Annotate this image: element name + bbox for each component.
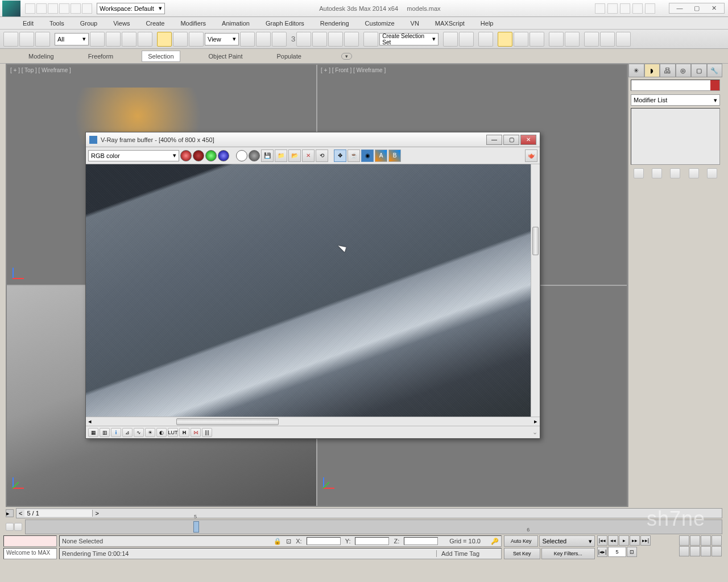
timeline-play-icon[interactable]: ▸ bbox=[6, 509, 14, 517]
object-color-swatch[interactable] bbox=[710, 80, 719, 90]
make-unique-icon[interactable] bbox=[670, 168, 680, 178]
schematic-view-icon[interactable] bbox=[514, 32, 528, 47]
vfb-channel-dropdown[interactable]: RGB color ▾ bbox=[88, 150, 179, 161]
key-icon[interactable]: 🔑 bbox=[491, 538, 499, 545]
favorite-icon[interactable] bbox=[632, 3, 643, 14]
scrollbar-thumb[interactable] bbox=[532, 227, 539, 255]
vfb-vertical-scrollbar[interactable] bbox=[531, 164, 540, 417]
key-filters-button[interactable]: Key Filters... bbox=[541, 548, 595, 559]
app-icon[interactable] bbox=[2, 1, 20, 16]
named-selection-dropdown[interactable]: Create Selection Set▾ bbox=[379, 33, 439, 45]
ribbon-toggle-icon[interactable]: ▾ bbox=[341, 53, 352, 60]
object-name-field[interactable] bbox=[631, 80, 720, 91]
prompt-line[interactable]: Welcome to MAX bbox=[3, 548, 57, 559]
vfb-expand-icon[interactable]: ⌄ bbox=[532, 429, 537, 436]
remove-modifier-icon[interactable] bbox=[689, 168, 699, 178]
window-crossing-icon[interactable] bbox=[138, 32, 152, 47]
unlink-icon[interactable] bbox=[19, 32, 34, 47]
select-object-icon[interactable] bbox=[90, 32, 105, 47]
viewport-label[interactable]: [ + ] [ Front ] [ Wireframe ] bbox=[321, 67, 386, 73]
menu-create[interactable]: Create bbox=[146, 20, 164, 27]
track-prev-icon[interactable]: < bbox=[16, 510, 24, 517]
ribbon-freeform[interactable]: Freeform bbox=[82, 51, 119, 61]
mirror-icon[interactable] bbox=[443, 32, 458, 47]
ribbon-selection[interactable]: Selection bbox=[142, 51, 180, 62]
timeline-ruler[interactable]: 5 6 bbox=[25, 519, 722, 534]
select-rotate-icon[interactable] bbox=[173, 32, 188, 47]
utilities-tab-icon[interactable]: 🔧 bbox=[707, 64, 723, 77]
material-editor-icon[interactable] bbox=[530, 32, 544, 47]
prev-frame-icon[interactable]: ◂◂ bbox=[608, 535, 618, 546]
modify-tab-icon[interactable]: ◗ bbox=[644, 64, 660, 77]
qat-link-icon[interactable] bbox=[82, 3, 92, 14]
track-next-icon[interactable]: > bbox=[93, 510, 101, 517]
next-frame-icon[interactable]: ▸▸ bbox=[630, 535, 640, 546]
percent-snap-icon[interactable] bbox=[328, 32, 343, 47]
vfb-compare-b-icon[interactable]: B bbox=[388, 149, 401, 162]
auto-key-button[interactable]: Auto Key bbox=[504, 535, 538, 547]
vfb-track-mouse-icon[interactable]: ✥ bbox=[334, 149, 346, 162]
search-icon[interactable] bbox=[595, 3, 605, 14]
spinner-snap-icon[interactable] bbox=[344, 32, 359, 47]
object-name-input[interactable] bbox=[631, 80, 710, 90]
link-icon[interactable] bbox=[3, 32, 18, 47]
vfb-folder-icon[interactable]: 📂 bbox=[288, 149, 301, 162]
vfb-alpha-icon[interactable] bbox=[249, 150, 260, 161]
select-scale-icon[interactable] bbox=[189, 32, 204, 47]
bind-space-warp-icon[interactable] bbox=[35, 32, 50, 47]
vfb-horizontal-scrollbar[interactable]: ◂ ▸ bbox=[86, 417, 540, 426]
coord-z-input[interactable] bbox=[404, 537, 438, 545]
vray-frame-buffer-window[interactable]: V-Ray frame buffer - [400% of 800 x 450]… bbox=[85, 132, 540, 439]
goto-start-icon[interactable]: |◂◂ bbox=[597, 535, 607, 546]
zoom-extents-icon[interactable] bbox=[701, 535, 711, 546]
scroll-right-icon[interactable]: ▸ bbox=[532, 418, 540, 425]
menu-graph-editors[interactable]: Graph Editors bbox=[266, 20, 304, 27]
vfb-minimize-icon[interactable]: — bbox=[486, 135, 502, 145]
vfb-exposure-icon[interactable]: ☀ bbox=[145, 428, 155, 437]
menu-tools[interactable]: Tools bbox=[49, 20, 64, 27]
selection-filter-dropdown[interactable]: All▾ bbox=[55, 33, 89, 45]
maximize-icon[interactable]: ▢ bbox=[691, 5, 702, 12]
render-setup-icon[interactable] bbox=[549, 32, 564, 47]
qat-open-icon[interactable] bbox=[36, 3, 47, 14]
current-frame-input[interactable]: 5 bbox=[608, 547, 626, 557]
create-tab-icon[interactable]: ✳ bbox=[628, 64, 644, 77]
lock-icon[interactable]: 🔒 bbox=[274, 538, 282, 545]
qat-save-icon[interactable] bbox=[48, 3, 58, 14]
orbit-icon[interactable] bbox=[701, 546, 711, 556]
vfb-link-icon[interactable]: ⟲ bbox=[316, 149, 328, 162]
menu-vn[interactable]: VN bbox=[411, 20, 419, 27]
track-bar[interactable]: < 5 / 1 > bbox=[16, 508, 722, 518]
vfb-compare-a-icon[interactable]: A bbox=[375, 149, 387, 162]
zoom-extents-all-icon[interactable] bbox=[712, 535, 722, 546]
vfb-blue-channel-icon[interactable] bbox=[218, 150, 229, 161]
vfb-info-icon[interactable]: i bbox=[111, 428, 121, 437]
coord-x-input[interactable] bbox=[307, 537, 341, 545]
vfb-load-icon[interactable]: 📁 bbox=[275, 149, 287, 162]
vfb-red-channel-icon[interactable] bbox=[180, 150, 192, 161]
track-frame-display[interactable]: 5 / 1 bbox=[24, 510, 93, 517]
vfb-lut-icon[interactable]: LUT bbox=[168, 428, 178, 437]
workspace-dropdown[interactable]: Workspace: Default ▾ bbox=[97, 3, 165, 14]
ribbon-populate[interactable]: Populate bbox=[271, 51, 307, 61]
menu-help[interactable]: Help bbox=[481, 20, 494, 27]
modifier-stack[interactable] bbox=[631, 108, 720, 165]
vfb-force-clamp-icon[interactable]: ▥ bbox=[100, 428, 110, 437]
play-icon[interactable]: ▸ bbox=[619, 535, 629, 546]
vfb-clear-icon[interactable]: ✕ bbox=[302, 149, 315, 162]
exchange-icon[interactable] bbox=[620, 3, 630, 14]
add-time-tag[interactable]: Add Time Tag bbox=[436, 550, 499, 557]
menu-maxscript[interactable]: MAXScript bbox=[435, 20, 465, 27]
vfb-srgb-icon[interactable]: ⋈ bbox=[191, 428, 201, 437]
vfb-render-image[interactable] bbox=[86, 164, 531, 417]
qat-redo-icon[interactable] bbox=[71, 3, 81, 14]
vfb-save-icon[interactable]: 💾 bbox=[261, 149, 274, 162]
qat-undo-icon[interactable] bbox=[59, 3, 69, 14]
zoom-all-icon[interactable] bbox=[690, 535, 700, 546]
mini-btn-1-icon[interactable] bbox=[6, 523, 14, 531]
angle-snap-icon[interactable] bbox=[312, 32, 327, 47]
select-region-icon[interactable] bbox=[122, 32, 136, 47]
mini-btn-2-icon[interactable] bbox=[14, 523, 22, 531]
select-move-icon[interactable] bbox=[157, 32, 172, 47]
ribbon-object-paint[interactable]: Object Paint bbox=[203, 51, 249, 61]
